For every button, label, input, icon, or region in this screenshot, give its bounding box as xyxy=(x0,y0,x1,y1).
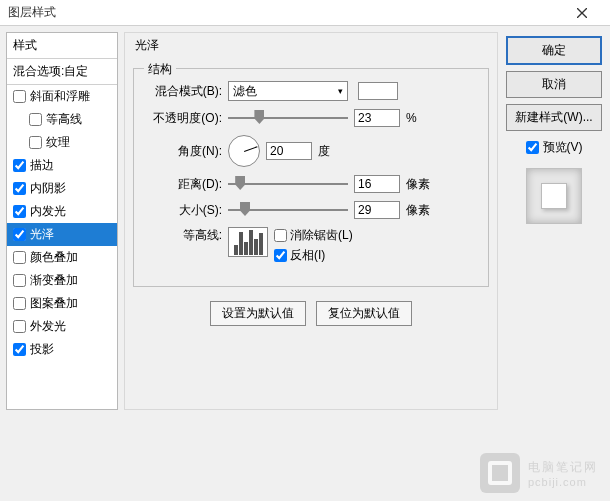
size-slider[interactable] xyxy=(228,202,348,218)
contour-picker[interactable] xyxy=(228,227,268,257)
contour-label: 等高线: xyxy=(144,227,222,244)
sidebar-item-satin[interactable]: 光泽 xyxy=(7,223,117,246)
preview-label: 预览(V) xyxy=(543,139,583,156)
angle-dial[interactable] xyxy=(228,135,260,167)
blend-mode-select[interactable]: 滤色 ▾ xyxy=(228,81,348,101)
watermark: 电脑笔记网 pcbiji.com xyxy=(480,453,598,493)
sidebar-item-label: 等高线 xyxy=(46,111,82,128)
sidebar-item-outer-glow[interactable]: 外发光 xyxy=(7,315,117,338)
size-label: 大小(S): xyxy=(144,202,222,219)
sidebar-item-texture[interactable]: 纹理 xyxy=(7,131,117,154)
checkbox-outer-glow[interactable] xyxy=(13,320,26,333)
close-icon xyxy=(577,8,587,18)
watermark-sub: pcbiji.com xyxy=(528,476,598,488)
titlebar: 图层样式 xyxy=(0,0,610,26)
antialias-option[interactable]: 消除锯齿(L) xyxy=(274,227,353,244)
window-title: 图层样式 xyxy=(8,4,56,21)
checkbox-color-overlay[interactable] xyxy=(13,251,26,264)
cancel-button[interactable]: 取消 xyxy=(506,71,602,98)
content: 样式 混合选项:自定 斜面和浮雕 等高线 纹理 描边 内阴影 内发光 光泽 xyxy=(0,26,610,416)
checkbox-pattern-overlay[interactable] xyxy=(13,297,26,310)
make-default-button[interactable]: 设置为默认值 xyxy=(210,301,306,326)
sidebar-item-label: 投影 xyxy=(30,341,54,358)
preview-thumbnail xyxy=(526,168,582,224)
sidebar-item-label: 纹理 xyxy=(46,134,70,151)
panel-title: 光泽 xyxy=(133,37,489,54)
size-unit: 像素 xyxy=(406,202,430,219)
invert-option[interactable]: 反相(I) xyxy=(274,247,353,264)
watermark-logo-icon xyxy=(480,453,520,493)
chevron-down-icon: ▾ xyxy=(338,86,343,96)
sidebar-item-label: 外发光 xyxy=(30,318,66,335)
opacity-slider[interactable] xyxy=(228,110,348,126)
blend-mode-row: 混合模式(B): 滤色 ▾ xyxy=(144,81,478,101)
sidebar-item-inner-shadow[interactable]: 内阴影 xyxy=(7,177,117,200)
sidebar-blend-options[interactable]: 混合选项:自定 xyxy=(7,59,117,85)
sidebar-item-label: 图案叠加 xyxy=(30,295,78,312)
close-button[interactable] xyxy=(562,0,602,26)
checkbox-texture[interactable] xyxy=(29,136,42,149)
opacity-input[interactable] xyxy=(354,109,400,127)
preview-toggle[interactable]: 预览(V) xyxy=(506,139,602,156)
checkbox-bevel[interactable] xyxy=(13,90,26,103)
ok-button[interactable]: 确定 xyxy=(506,36,602,65)
checkbox-drop-shadow[interactable] xyxy=(13,343,26,356)
sidebar-item-label: 内阴影 xyxy=(30,180,66,197)
reset-default-button[interactable]: 复位为默认值 xyxy=(316,301,412,326)
sidebar-item-label: 内发光 xyxy=(30,203,66,220)
sidebar-item-label: 斜面和浮雕 xyxy=(30,88,90,105)
angle-unit: 度 xyxy=(318,143,330,160)
sidebar-item-bevel[interactable]: 斜面和浮雕 xyxy=(7,85,117,108)
sidebar-item-color-overlay[interactable]: 颜色叠加 xyxy=(7,246,117,269)
checkbox-inner-shadow[interactable] xyxy=(13,182,26,195)
invert-label: 反相(I) xyxy=(290,247,325,264)
checkbox-stroke[interactable] xyxy=(13,159,26,172)
new-style-button[interactable]: 新建样式(W)... xyxy=(506,104,602,131)
group-legend: 结构 xyxy=(144,61,176,78)
checkbox-gradient-overlay[interactable] xyxy=(13,274,26,287)
distance-input[interactable] xyxy=(354,175,400,193)
distance-unit: 像素 xyxy=(406,176,430,193)
structure-group: 结构 混合模式(B): 滤色 ▾ 不透明度(O): % 角度(N): xyxy=(133,68,489,287)
antialias-checkbox[interactable] xyxy=(274,229,287,242)
blend-mode-label: 混合模式(B): xyxy=(144,83,222,100)
sidebar-item-label: 渐变叠加 xyxy=(30,272,78,289)
sidebar-item-label: 光泽 xyxy=(30,226,54,243)
distance-row: 距离(D): 像素 xyxy=(144,175,478,193)
contour-row: 等高线: 消除锯齿(L) 反相(I) xyxy=(144,227,478,264)
sidebar-item-drop-shadow[interactable]: 投影 xyxy=(7,338,117,361)
sidebar-header: 样式 xyxy=(7,33,117,59)
main-panel: 光泽 结构 混合模式(B): 滤色 ▾ 不透明度(O): % 角度( xyxy=(124,32,498,410)
size-row: 大小(S): 像素 xyxy=(144,201,478,219)
sidebar-item-label: 描边 xyxy=(30,157,54,174)
right-column: 确定 取消 新建样式(W)... 预览(V) xyxy=(504,32,604,410)
styles-sidebar: 样式 混合选项:自定 斜面和浮雕 等高线 纹理 描边 内阴影 内发光 光泽 xyxy=(6,32,118,410)
sidebar-item-label: 颜色叠加 xyxy=(30,249,78,266)
checkbox-inner-glow[interactable] xyxy=(13,205,26,218)
checkbox-contour[interactable] xyxy=(29,113,42,126)
watermark-text: 电脑笔记网 xyxy=(528,459,598,476)
opacity-unit: % xyxy=(406,111,417,125)
angle-row: 角度(N): 度 xyxy=(144,135,478,167)
distance-slider[interactable] xyxy=(228,176,348,192)
distance-label: 距离(D): xyxy=(144,176,222,193)
blend-mode-value: 滤色 xyxy=(233,83,257,100)
opacity-row: 不透明度(O): % xyxy=(144,109,478,127)
sidebar-item-pattern-overlay[interactable]: 图案叠加 xyxy=(7,292,117,315)
angle-label: 角度(N): xyxy=(144,143,222,160)
default-buttons-row: 设置为默认值 复位为默认值 xyxy=(133,301,489,326)
size-input[interactable] xyxy=(354,201,400,219)
color-swatch[interactable] xyxy=(358,82,398,100)
opacity-label: 不透明度(O): xyxy=(144,110,222,127)
preview-checkbox[interactable] xyxy=(526,141,539,154)
invert-checkbox[interactable] xyxy=(274,249,287,262)
sidebar-item-stroke[interactable]: 描边 xyxy=(7,154,117,177)
checkbox-satin[interactable] xyxy=(13,228,26,241)
angle-input[interactable] xyxy=(266,142,312,160)
antialias-label: 消除锯齿(L) xyxy=(290,227,353,244)
sidebar-item-inner-glow[interactable]: 内发光 xyxy=(7,200,117,223)
sidebar-item-contour[interactable]: 等高线 xyxy=(7,108,117,131)
sidebar-item-gradient-overlay[interactable]: 渐变叠加 xyxy=(7,269,117,292)
